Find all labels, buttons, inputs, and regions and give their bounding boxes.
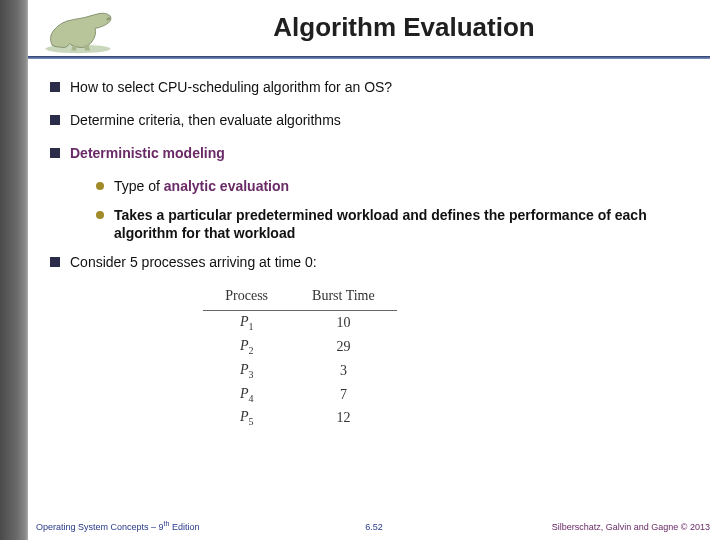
- dot-bullet-icon: [96, 211, 104, 219]
- footer-page-number: 6.52: [365, 522, 383, 532]
- bullet-1-text: How to select CPU-scheduling algorithm f…: [70, 78, 690, 97]
- bullet-3-sub-2-text: Takes a particular predetermined workloa…: [114, 206, 690, 244]
- cell-process: P5: [203, 406, 290, 430]
- footer-left: Operating System Concepts – 9th Edition: [36, 520, 199, 532]
- cell-burst: 10: [290, 311, 397, 335]
- bullet-2: Determine criteria, then evaluate algori…: [50, 111, 690, 130]
- col-burst: Burst Time: [290, 286, 397, 311]
- table-row: P3 3: [203, 359, 396, 383]
- footer-left-b: Edition: [169, 522, 199, 532]
- sub1-prefix: Type of: [114, 178, 164, 194]
- left-sidebar-gradient: [0, 0, 28, 540]
- cell-process: P1: [203, 311, 290, 335]
- bullet-4-text: Consider 5 processes arriving at time 0:: [70, 253, 690, 272]
- square-bullet-icon: [50, 257, 60, 267]
- footer-left-a: Operating System Concepts – 9: [36, 522, 164, 532]
- col-process: Process: [203, 286, 290, 311]
- table-row: P2 29: [203, 335, 396, 359]
- cell-process: P2: [203, 335, 290, 359]
- bullet-3-sub-2: Takes a particular predetermined workloa…: [96, 206, 690, 244]
- bullet-3-text: Deterministic modeling: [70, 144, 690, 163]
- bullet-1: How to select CPU-scheduling algorithm f…: [50, 78, 690, 97]
- dot-bullet-icon: [96, 182, 104, 190]
- table-header-row: Process Burst Time: [203, 286, 396, 311]
- cell-burst: 7: [290, 383, 397, 407]
- bullet-3-sub-1-text: Type of analytic evaluation: [114, 177, 690, 196]
- bullet-4: Consider 5 processes arriving at time 0:: [50, 253, 690, 272]
- bullet-2-text: Determine criteria, then evaluate algori…: [70, 111, 690, 130]
- bullet-3-accent: Deterministic modeling: [70, 145, 225, 161]
- table-row: P4 7: [203, 383, 396, 407]
- square-bullet-icon: [50, 115, 60, 125]
- title-underline: [28, 56, 710, 59]
- square-bullet-icon: [50, 82, 60, 92]
- process-table: Process Burst Time P1 10 P2 29 P3 3: [203, 286, 396, 430]
- cell-burst: 29: [290, 335, 397, 359]
- slide-footer: Operating System Concepts – 9th Edition …: [28, 512, 720, 540]
- dinosaur-logo-icon: [34, 6, 122, 54]
- table-row: P1 10: [203, 311, 396, 335]
- bullet-3-sub-1: Type of analytic evaluation: [96, 177, 690, 196]
- cell-process: P3: [203, 359, 290, 383]
- page-title: Algorithm Evaluation: [28, 0, 720, 43]
- process-table-wrap: Process Burst Time P1 10 P2 29 P3 3: [170, 286, 430, 430]
- cell-burst: 12: [290, 406, 397, 430]
- cell-process: P4: [203, 383, 290, 407]
- footer-right: Silberschatz, Galvin and Gagne © 2013: [552, 522, 710, 532]
- table-row: P5 12: [203, 406, 396, 430]
- slide-body: How to select CPU-scheduling algorithm f…: [50, 78, 690, 430]
- sub1-accent: analytic evaluation: [164, 178, 289, 194]
- square-bullet-icon: [50, 148, 60, 158]
- bullet-3: Deterministic modeling: [50, 144, 690, 163]
- cell-burst: 3: [290, 359, 397, 383]
